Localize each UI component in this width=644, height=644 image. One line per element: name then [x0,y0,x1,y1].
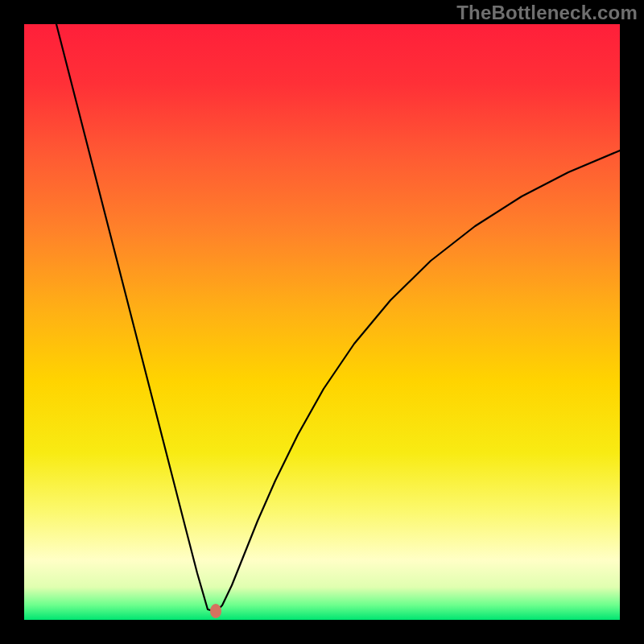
minimum-marker [210,604,221,618]
chart-frame: TheBottleneck.com [0,0,644,644]
plot-svg [24,24,620,620]
plot-area [24,24,620,620]
watermark-text: TheBottleneck.com [456,2,638,24]
gradient-background [24,24,620,620]
